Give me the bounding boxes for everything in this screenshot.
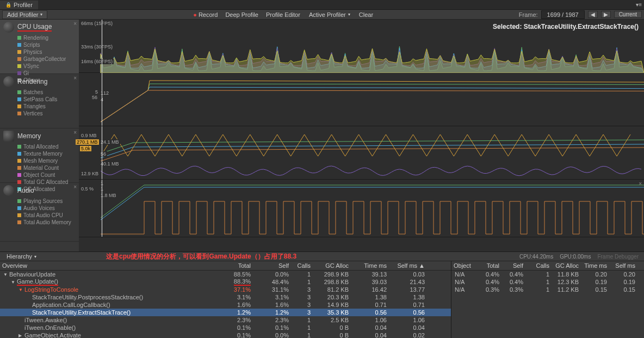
col-total[interactable]: Total <box>215 262 253 269</box>
deep-profile-button[interactable]: Deep Profile <box>222 11 262 19</box>
table-row[interactable]: ▼LogStringToConsole 37.1% 31.1% 3 81.2 K… <box>0 286 451 293</box>
expand-icon[interactable]: ▶ <box>18 333 23 338</box>
col-self[interactable]: Self <box>501 262 525 269</box>
frame-debugger-button[interactable]: Frame Debugger <box>597 254 639 260</box>
add-profiler-dropdown[interactable]: Add Profiler <box>2 10 47 19</box>
legend-item[interactable]: Total Audio Memory <box>17 219 76 226</box>
col-total[interactable]: Total <box>478 262 501 269</box>
legend-color-icon <box>17 199 21 203</box>
prev-frame-button[interactable]: ◀ <box>588 11 598 18</box>
next-frame-button[interactable]: ▶ <box>601 11 611 18</box>
charts-area[interactable]: Selected: StackTraceUtility.ExtractStack… <box>79 20 644 251</box>
table-row[interactable]: StackTraceUtility.PostprocessStacktrace(… <box>0 293 451 301</box>
expand-icon[interactable]: ▼ <box>18 287 23 292</box>
legend-label: SetPass Calls <box>23 96 57 103</box>
table-row[interactable]: N/A 0.4% 0.4% 1 11.8 KB 0.20 0.20 <box>451 271 644 278</box>
table-row[interactable]: N/A 0.4% 0.4% 1 12.3 KB 0.19 0.19 <box>451 278 644 286</box>
col-calls[interactable]: Calls <box>291 262 313 269</box>
clear-button[interactable]: Clear <box>356 11 376 19</box>
legend-item[interactable]: Triangles <box>17 103 76 110</box>
audio-module[interactable]: × Audio Playing SourcesAudio VoicesTotal… <box>0 183 79 242</box>
chart-axis-label: 12.9 KB <box>80 171 100 176</box>
close-icon[interactable]: × <box>639 181 642 187</box>
legend-color-icon <box>17 50 21 54</box>
bottom-toolbar: Hierarchy 这是cpu使用情况的分析，可以看到Game.Update（）… <box>0 252 644 261</box>
legend-item[interactable]: Texture Memory <box>17 150 76 157</box>
playhead[interactable] <box>102 126 102 179</box>
legend-item[interactable]: Mesh Memory <box>17 157 76 164</box>
table-row[interactable]: ▶GameObject.Activate 0.1% 0.0% 1 0 B 0.0… <box>0 331 451 338</box>
expand-icon[interactable]: ▼ <box>3 272 8 277</box>
legend-item[interactable]: Total Allocated <box>17 143 76 150</box>
legend-item[interactable]: Scripts <box>17 41 76 48</box>
rendering-chart[interactable]: 5561124 <box>79 73 644 126</box>
current-button[interactable]: Current <box>614 11 642 18</box>
col-calls[interactable]: Calls <box>525 262 552 269</box>
table-row[interactable]: Application.CallLogCallback() 1.6% 1.6% … <box>0 301 451 309</box>
bottom-panel: × Hierarchy 这是cpu使用情况的分析，可以看到Game.Update… <box>0 251 644 338</box>
legend-item[interactable]: Playing Sources <box>17 198 76 205</box>
chart-axis-label: 33ms (30FPS) <box>80 44 114 50</box>
legend-color-icon <box>17 213 21 217</box>
playhead[interactable] <box>102 180 102 237</box>
table-row[interactable]: iTween.OnEnable() 0.1% 0.1% 1 0 B 0.04 0… <box>0 324 451 331</box>
cpu-module[interactable]: × CPU Usage RenderingScriptsPhysicsGarba… <box>0 20 79 74</box>
hierarchy-table[interactable]: Overview Total Self Calls GC Alloc Time … <box>0 261 451 338</box>
col-overview[interactable]: Overview <box>0 262 215 269</box>
legend-item[interactable]: Material Count <box>17 164 76 171</box>
col-selfms[interactable]: Self ms ▲ <box>389 262 427 269</box>
table-row[interactable]: StackTraceUtility.ExtractStackTrace() 1.… <box>0 309 451 316</box>
legend-item[interactable]: Object Count <box>17 171 76 179</box>
rendering-module[interactable]: × Rendering BatchesSetPass CallsTriangle… <box>0 74 79 128</box>
legend-color-icon <box>17 159 21 163</box>
close-icon[interactable]: × <box>73 184 77 190</box>
table-row[interactable]: ▼BehaviourUpdate 88.5% 0.0% 1 298.9 KB 3… <box>0 271 451 278</box>
tab-title: Profiler <box>14 2 33 8</box>
audio-chart[interactable]: 10.5 %11.8 MB × <box>79 180 644 237</box>
modules-panel: × CPU Usage RenderingScriptsPhysicsGarba… <box>0 20 79 251</box>
legend-item[interactable]: GarbageCollector <box>17 56 76 63</box>
table-row[interactable]: ▼Game.Update() 88.3% 48.4% 1 298.8 KB 39… <box>0 278 451 286</box>
col-object[interactable]: Object <box>451 262 478 269</box>
legend-item[interactable]: SetPass Calls <box>17 96 76 103</box>
legend-item[interactable]: Batches <box>17 89 76 96</box>
memory-module[interactable]: × Memory Total AllocatedTexture MemoryMe… <box>0 128 79 183</box>
legend-item[interactable]: VSync <box>17 63 76 70</box>
record-button[interactable]: Record <box>190 11 221 19</box>
col-gcalloc[interactable]: GC Alloc <box>313 262 351 269</box>
playhead[interactable] <box>102 20 102 72</box>
playhead[interactable] <box>102 73 102 126</box>
cpu-stat: CPU:44.20ms <box>519 254 553 260</box>
hierarchy-dropdown[interactable]: Hierarchy <box>2 253 41 260</box>
legend-label: Total Audio CPU <box>23 212 63 219</box>
col-timems[interactable]: Time ms <box>351 262 389 269</box>
legend-color-icon <box>17 36 21 40</box>
expand-icon[interactable]: ▼ <box>11 280 15 285</box>
table-row[interactable]: iTween.Awake() 2.3% 2.3% 1 2.5 KB 1.06 1… <box>0 316 451 324</box>
col-selfms[interactable]: Self ms <box>609 262 637 269</box>
legend-item[interactable]: Rendering <box>17 34 76 41</box>
object-table[interactable]: Object Total Self Calls GC Alloc Time ms… <box>451 261 644 338</box>
window-menu-icon[interactable]: ▾≡ <box>634 2 644 8</box>
legend-color-icon <box>17 152 21 156</box>
close-icon[interactable]: × <box>73 75 77 81</box>
profiler-tab[interactable]: 🔒 Profiler <box>0 1 38 9</box>
close-icon[interactable]: × <box>73 21 77 27</box>
legend-item[interactable]: Audio Voices <box>17 205 76 212</box>
active-profiler-dropdown[interactable]: Active Profiler <box>305 11 355 19</box>
chart-axis-label: 0.9 MB <box>80 133 98 138</box>
col-gcalloc[interactable]: GC Alloc <box>552 262 581 269</box>
memory-chart[interactable]: 0.9 MB270.1 MB5.0k24.1 MB5640.1 MB12.9 K… <box>79 126 644 180</box>
close-icon[interactable]: × <box>73 130 77 136</box>
col-self[interactable]: Self <box>253 262 291 269</box>
legend-item[interactable]: Physics <box>17 48 76 56</box>
chart-axis-label: 56 <box>91 95 98 100</box>
frame-input[interactable] <box>541 10 585 19</box>
col-timems[interactable]: Time ms <box>581 262 609 269</box>
table-row[interactable]: N/A 0.3% 0.3% 1 11.2 KB 0.15 0.15 <box>451 286 644 293</box>
audio-chart-canvas <box>79 180 644 237</box>
profile-editor-button[interactable]: Profile Editor <box>263 11 304 19</box>
legend-item[interactable]: Vertices <box>17 110 76 117</box>
legend-item[interactable]: Total Audio CPU <box>17 212 76 219</box>
legend-color-icon <box>17 105 21 108</box>
